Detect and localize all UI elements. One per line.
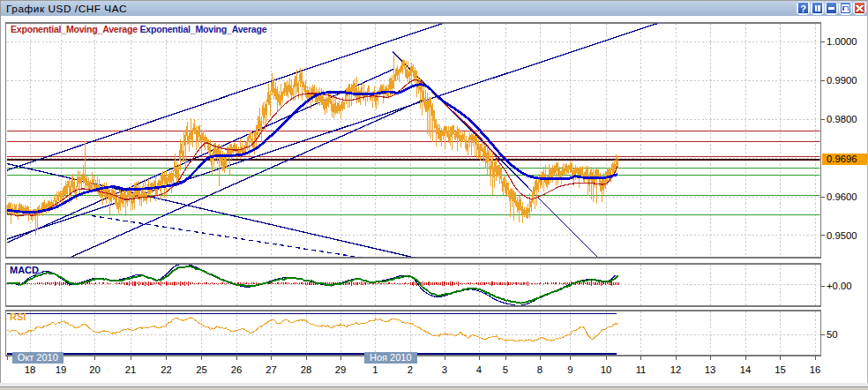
- svg-text:0.9900: 0.9900: [827, 75, 857, 86]
- svg-text:График USD /CHF ЧАС: График USD /CHF ЧАС: [6, 3, 127, 15]
- svg-text:25: 25: [196, 364, 207, 375]
- svg-text:26: 26: [231, 364, 243, 375]
- svg-text:RSI: RSI: [10, 311, 26, 322]
- svg-text:0.9500: 0.9500: [827, 230, 857, 241]
- svg-text:1.0000: 1.0000: [827, 36, 857, 47]
- svg-text:?: ?: [800, 4, 806, 14]
- svg-text:2: 2: [408, 364, 413, 375]
- svg-text:22: 22: [161, 364, 172, 375]
- svg-text:5: 5: [503, 364, 508, 375]
- svg-text:12: 12: [670, 364, 682, 375]
- svg-text:8: 8: [537, 364, 542, 375]
- svg-text:28: 28: [301, 364, 312, 375]
- svg-text:27: 27: [266, 364, 277, 375]
- svg-text:+0.00: +0.00: [827, 281, 852, 291]
- svg-text:18: 18: [25, 364, 36, 375]
- svg-text:20: 20: [89, 364, 101, 375]
- svg-text:1: 1: [372, 364, 378, 375]
- svg-text:13: 13: [705, 364, 716, 375]
- svg-text:15: 15: [774, 364, 786, 375]
- svg-text:4: 4: [476, 364, 482, 375]
- svg-text:14: 14: [740, 364, 752, 375]
- svg-text:9: 9: [567, 364, 572, 375]
- svg-text:16: 16: [810, 364, 821, 375]
- svg-text:21: 21: [125, 364, 137, 375]
- svg-text:MACD: MACD: [10, 265, 39, 275]
- svg-text:3: 3: [442, 364, 447, 375]
- svg-text:Ноя 2010: Ноя 2010: [370, 352, 412, 363]
- svg-text:10: 10: [601, 364, 612, 375]
- svg-text:0.9600: 0.9600: [827, 191, 857, 202]
- svg-text:19: 19: [56, 364, 67, 375]
- svg-text:0.9696: 0.9696: [827, 154, 857, 164]
- svg-text:Окт 2010: Окт 2010: [18, 352, 58, 363]
- svg-text:0.9800: 0.9800: [827, 114, 857, 124]
- svg-text:29: 29: [335, 364, 347, 375]
- svg-text:Exponential_Moving_Average Exp: Exponential_Moving_Average Exponential_M…: [11, 24, 267, 34]
- svg-text:50: 50: [827, 329, 838, 340]
- svg-text:11: 11: [636, 364, 647, 375]
